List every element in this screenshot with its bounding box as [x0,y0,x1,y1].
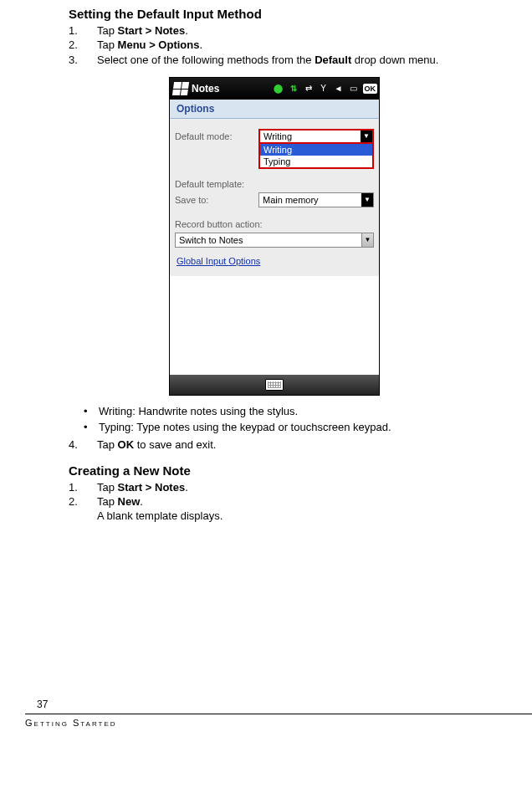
step-number: 1. [69,481,97,494]
heading-creating-note: Creating a New Note [69,463,524,478]
battery-icon[interactable]: ▭ [348,83,360,95]
step-2: 2. Tap New. A blank template displays. [69,495,524,523]
step-text: Tap Start > Notes. [97,24,524,38]
chevron-down-icon[interactable]: ▼ [361,193,373,207]
global-input-options-link[interactable]: Global Input Options [176,256,260,266]
step-number: 3. [69,54,97,67]
start-icon[interactable] [172,82,189,95]
step-text: Select one of the following methods from… [97,54,524,67]
step-text: Tap New. A blank template displays. [97,495,524,523]
option-writing[interactable]: Writing [260,144,372,156]
dropdown-value: Main memory [263,195,319,205]
keyboard-icon[interactable] [265,379,284,391]
default-mode-dropdown[interactable]: Writing ▼ Writing Typing [258,129,374,144]
device-screenshot: Notes ⬤ ⇅ ⇄ Y ◄ ▭ OK Options Default mod… [169,77,380,396]
step-text: Tap Start > Notes. [97,481,524,494]
options-header: Options [170,100,379,119]
sync-icon[interactable]: ⇅ [288,83,299,95]
heading-default-input: Setting the Default Input Method [69,7,524,21]
label-save-to: Save to: [175,195,258,205]
chapter-title: Getting Started [25,718,532,728]
label-record-action: Record button action: [175,219,374,229]
dropdown-value: Writing [263,131,292,141]
step-number: 2. [69,495,97,523]
form-area: Default mode: Writing ▼ Writing Typing D… [170,119,379,276]
step-number: 1. [69,24,97,38]
bullet-list: • Writing: Handwrite notes using the sty… [84,404,524,435]
chevron-down-icon[interactable]: ▼ [361,130,372,142]
page-footer: 37 Getting Started [0,698,532,736]
bottom-bar [170,375,379,395]
dropdown-list: Writing Typing [258,142,374,169]
save-to-dropdown[interactable]: Main memory ▼ [258,192,374,207]
blank-area [170,276,379,375]
signal-icon[interactable]: ⇄ [303,83,315,95]
step-number: 4. [69,438,97,452]
step-1: 1. Tap Start > Notes. [69,24,524,38]
step-4: 4. Tap OK to save and exit. [69,438,524,452]
connection-icon[interactable]: ⬤ [273,83,284,95]
step-text: Tap OK to save and exit. [97,438,524,452]
steps-list-1b: 4. Tap OK to save and exit. [69,438,524,452]
record-action-dropdown[interactable]: Switch to Notes ▼ [175,233,374,248]
bullet-writing: • Writing: Handwrite notes using the sty… [84,404,524,419]
app-title: Notes [192,83,219,95]
chevron-down-icon[interactable]: ▼ [361,233,373,247]
ok-button[interactable]: OK [363,84,378,94]
bullet-typing: • Typing: Type notes using the keypad or… [84,420,524,435]
antenna-icon[interactable]: Y [318,83,330,95]
volume-icon[interactable]: ◄ [333,83,345,95]
title-bar: Notes ⬤ ⇅ ⇄ Y ◄ ▭ OK [170,78,379,100]
steps-list-1: 1. Tap Start > Notes. 2. Tap Menu > Opti… [69,24,524,67]
page-number: 37 [37,698,532,710]
steps-list-2: 1. Tap Start > Notes. 2. Tap New. A blan… [69,481,524,523]
step-3: 3. Select one of the following methods f… [69,54,524,67]
label-default-mode: Default mode: [175,131,258,141]
step-number: 2. [69,38,97,52]
step-2: 2. Tap Menu > Options. [69,38,524,52]
label-default-template: Default template: [175,179,258,189]
option-typing[interactable]: Typing [260,156,372,167]
step-text: Tap Menu > Options. [97,38,524,52]
dropdown-value: Switch to Notes [179,235,243,245]
step-1: 1. Tap Start > Notes. [69,481,524,494]
